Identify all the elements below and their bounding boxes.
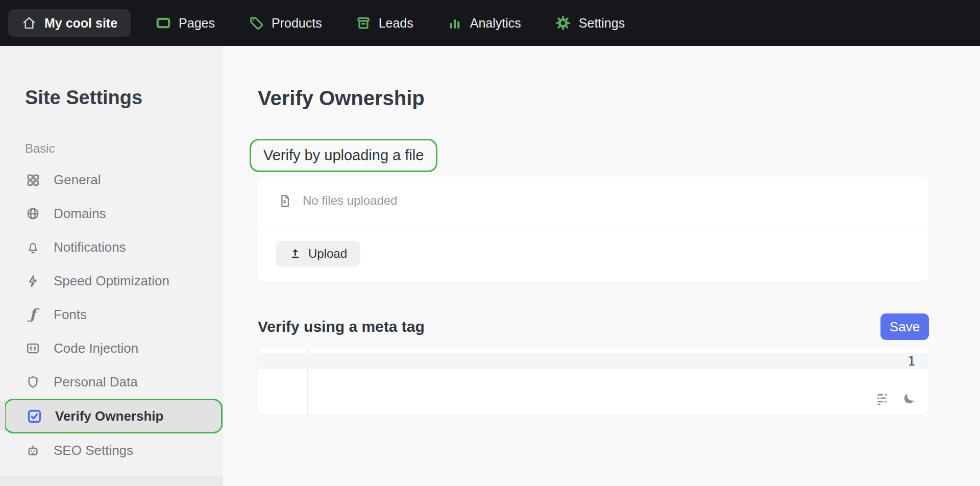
- sidebar-item-speed-optimization[interactable]: Speed Optimization: [0, 264, 223, 298]
- file-icon: [278, 194, 292, 208]
- sidebar-item-domains[interactable]: Domains: [0, 197, 223, 230]
- sidebar-item-personal-data[interactable]: Personal Data: [0, 365, 223, 399]
- code-icon: [25, 342, 40, 355]
- sidebar-bottom-band: [0, 476, 223, 486]
- editor-settings-icon[interactable]: [876, 392, 890, 405]
- sidebar-title: Site Settings: [25, 87, 223, 109]
- site-name: My cool site: [44, 16, 117, 31]
- home-icon: [21, 15, 37, 31]
- lightning-icon: [25, 274, 40, 288]
- sidebar-item-verify-ownership[interactable]: Verify Ownership: [4, 399, 223, 433]
- bell-icon: [25, 240, 40, 254]
- sidebar-item-seo-settings[interactable]: SEO Settings: [0, 433, 223, 467]
- window-icon: [156, 15, 171, 31]
- fonts-icon: ƒ: [25, 307, 40, 322]
- grid-icon: [25, 173, 40, 187]
- meta-section-heading: Verify using a meta tag: [258, 318, 425, 335]
- sidebar-item-code-injection[interactable]: Code Injection: [0, 331, 223, 365]
- bar-chart-icon: [447, 15, 462, 31]
- meta-tag-section-header: Verify using a meta tag Save: [258, 313, 929, 340]
- nav-item-products[interactable]: Products: [249, 15, 322, 31]
- top-navigation: My cool site Pages Products Leads: [0, 0, 980, 46]
- save-button[interactable]: Save: [880, 313, 929, 340]
- nav-item-settings[interactable]: Settings: [555, 15, 625, 31]
- site-switcher-button[interactable]: My cool site: [8, 9, 131, 37]
- editor-toolbar: [876, 392, 916, 406]
- checkbox-icon: [27, 409, 42, 424]
- meta-tag-code-editor: 1: [258, 348, 929, 415]
- tag-icon: [249, 15, 264, 31]
- upload-section-heading: Verify by uploading a file: [250, 139, 437, 172]
- sidebar-item-general[interactable]: General: [0, 163, 223, 197]
- editor-code-input[interactable]: [308, 348, 929, 415]
- upload-button[interactable]: Upload: [276, 241, 360, 266]
- globe-icon: [25, 207, 40, 221]
- empty-files-row: No files uploaded: [258, 177, 929, 225]
- site-settings-sidebar: Site Settings Basic General Domains: [0, 46, 223, 486]
- sidebar-item-notifications[interactable]: Notifications: [0, 230, 223, 264]
- shield-icon: [25, 375, 40, 389]
- nav-item-analytics[interactable]: Analytics: [447, 15, 521, 31]
- dark-mode-moon-icon[interactable]: [902, 392, 916, 406]
- upload-icon: [289, 247, 302, 260]
- upload-row: Upload: [258, 225, 929, 282]
- page-title: Verify Ownership: [258, 87, 980, 110]
- empty-files-text: No files uploaded: [303, 193, 397, 208]
- gear-icon: [555, 15, 571, 31]
- file-upload-card: No files uploaded Upload: [258, 177, 929, 282]
- sidebar-item-fonts[interactable]: ƒ Fonts: [0, 298, 223, 331]
- nav-item-pages[interactable]: Pages: [156, 15, 215, 31]
- archive-icon: [356, 15, 371, 31]
- nav-item-leads[interactable]: Leads: [356, 15, 413, 31]
- sidebar-section-label: Basic: [25, 141, 223, 156]
- robot-icon: [25, 444, 40, 457]
- main-content: Verify Ownership Verify by uploading a f…: [223, 46, 980, 486]
